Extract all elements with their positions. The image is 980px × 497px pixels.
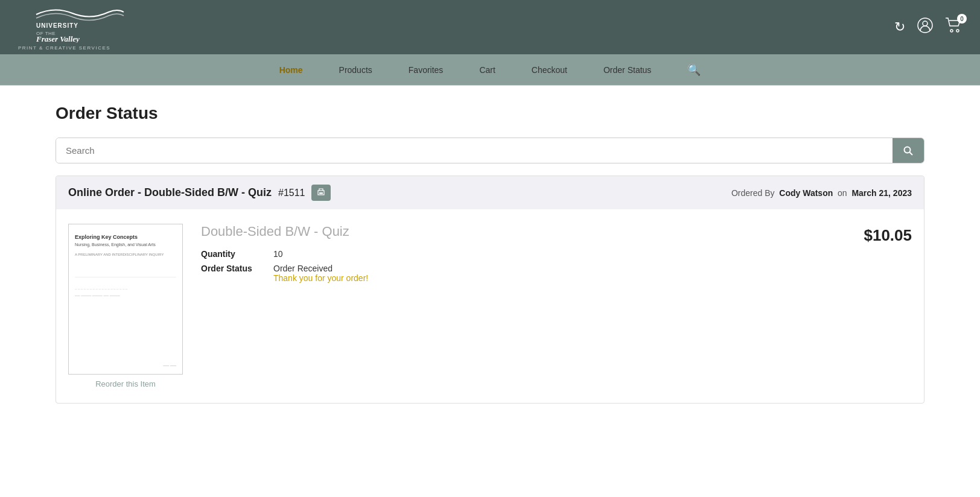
order-title: Online Order - Double-Sided B/W - Quiz #… [68, 186, 305, 199]
nav-home[interactable]: Home [279, 65, 303, 75]
page-title: Order Status [56, 104, 924, 123]
svg-point-7 [905, 147, 911, 153]
product-info: Double-Sided B/W - Quiz $10.05 Quantity … [201, 224, 912, 288]
nav-favorites[interactable]: Favorites [409, 65, 444, 75]
quantity-label: Quantity [201, 249, 261, 259]
logo-area: UNIVERSITY OF THE Fraser Valley Print & … [18, 4, 139, 51]
status-note: Thank you for your order! [273, 273, 368, 283]
back-icon[interactable]: ↻ [894, 19, 905, 35]
product-name: Double-Sided B/W - Quiz [201, 224, 349, 239]
search-input[interactable] [56, 138, 892, 163]
svg-line-8 [910, 152, 913, 155]
svg-text:UNIVERSITY: UNIVERSITY [36, 22, 78, 29]
order-card: Online Order - Double-Sided B/W - Quiz #… [56, 176, 924, 404]
university-logo: UNIVERSITY OF THE Fraser Valley [18, 4, 139, 43]
quantity-row: Quantity 10 [201, 249, 912, 259]
product-price: $10.05 [864, 224, 912, 245]
status-info: Order Received Thank you for your order! [273, 264, 368, 283]
svg-point-6 [956, 30, 959, 32]
header-icons: ↻ 0 [894, 17, 962, 37]
product-top-row: Double-Sided B/W - Quiz $10.05 [201, 224, 912, 249]
svg-point-4 [923, 21, 928, 26]
status-label: Order Status [201, 264, 261, 273]
nav-checkout[interactable]: Checkout [532, 65, 567, 75]
nav-order-status[interactable]: Order Status [603, 65, 651, 75]
thumb-subtitle: Nursing, Business, English, and Visual A… [75, 242, 176, 247]
order-meta: Ordered By Cody Watson on March 21, 2023 [731, 188, 912, 198]
product-thumb: Exploring Key Concepts Nursing, Business… [68, 224, 183, 375]
order-id: #1511 [278, 188, 305, 198]
site-header: UNIVERSITY OF THE Fraser Valley Print & … [0, 0, 980, 54]
nav-search-icon[interactable]: 🔍 [687, 63, 701, 77]
svg-text:Fraser Valley: Fraser Valley [36, 34, 80, 43]
svg-rect-10 [319, 192, 323, 194]
main-nav: Home Products Favorites Cart Checkout Or… [0, 54, 980, 86]
search-button[interactable] [892, 138, 924, 163]
thumb-footer: ── ── [75, 358, 176, 368]
print-button[interactable] [311, 185, 331, 201]
quantity-value: 10 [273, 249, 283, 259]
thumb-desc: A PRELIMINARY AND INTERDISCIPLINARY INQU… [75, 253, 176, 256]
logo-subtitle: Print & Creative Services [18, 45, 110, 51]
cart-count: 0 [957, 14, 967, 24]
order-body: Exploring Key Concepts Nursing, Business… [56, 209, 924, 403]
thumb-inner: Exploring Key Concepts Nursing, Business… [75, 234, 176, 358]
order-header-left: Online Order - Double-Sided B/W - Quiz #… [68, 185, 331, 201]
status-row: Order Status Order Received Thank you fo… [201, 264, 912, 283]
svg-point-5 [950, 30, 953, 32]
nav-products[interactable]: Products [339, 65, 372, 75]
order-header: Online Order - Double-Sided B/W - Quiz #… [56, 176, 924, 209]
search-bar [56, 138, 924, 163]
account-icon[interactable] [917, 17, 933, 37]
main-content: Order Status Online Order - Double-Sided… [25, 86, 955, 422]
thumb-footer-text: ── ──── ──── ── ──── [75, 294, 176, 297]
product-thumbnail-area: Exploring Key Concepts Nursing, Business… [68, 224, 183, 388]
nav-cart[interactable]: Cart [479, 65, 495, 75]
reorder-link[interactable]: Reorder this Item [68, 379, 183, 388]
status-value: Order Received [273, 264, 368, 273]
thumb-title: Exploring Key Concepts [75, 234, 176, 240]
cart-icon[interactable]: 0 [945, 17, 962, 37]
